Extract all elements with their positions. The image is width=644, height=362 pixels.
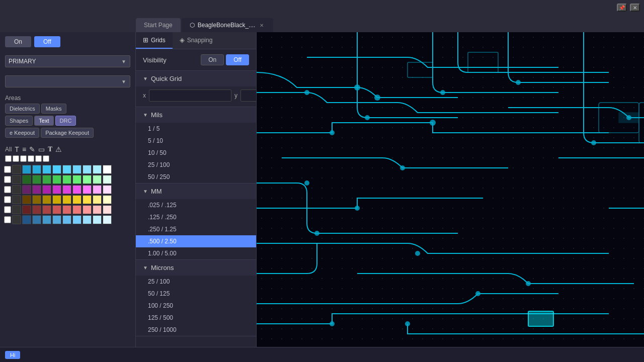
swatch-3-1[interactable] — [22, 195, 31, 204]
swatch-4-4[interactable] — [52, 205, 61, 214]
y-input[interactable] — [240, 89, 257, 102]
swatch-5-3[interactable] — [42, 215, 51, 224]
mm-item[interactable]: .125 / .250 — [136, 211, 256, 223]
swatch-4-8[interactable] — [93, 205, 102, 214]
swatch-2-7[interactable] — [83, 185, 92, 194]
swatch-1-5[interactable] — [62, 175, 71, 184]
swatch-4-6[interactable] — [72, 205, 82, 214]
swatch-5-4[interactable] — [52, 215, 61, 224]
swatch-1-1[interactable] — [22, 175, 31, 184]
x-input[interactable] — [149, 89, 231, 102]
hi-button[interactable]: Hi — [5, 351, 20, 359]
swatch-0-6[interactable] — [72, 165, 82, 174]
swatch-0-7[interactable] — [83, 165, 92, 174]
tab-start-page[interactable]: Start Page — [136, 18, 181, 32]
swatch-5-9[interactable] — [103, 215, 112, 224]
swatch-1-3[interactable] — [42, 175, 51, 184]
swatch-0-5[interactable] — [62, 165, 71, 174]
swatch-3-5[interactable] — [62, 195, 71, 204]
swatch-0-9[interactable] — [103, 165, 112, 174]
swatch-row-cb-1[interactable] — [4, 176, 11, 183]
swatch-3-8[interactable] — [93, 195, 102, 204]
swatch-3-4[interactable] — [52, 195, 61, 204]
swatch-4-0[interactable] — [12, 205, 21, 214]
secondary-select[interactable] — [5, 75, 130, 87]
microns-item[interactable]: 100 / 250 — [136, 300, 256, 312]
swatch-2-4[interactable] — [52, 185, 61, 194]
mils-header[interactable]: ▼ Mils — [136, 107, 256, 123]
text-button[interactable]: Text — [34, 116, 53, 126]
pcb-canvas[interactable] — [257, 32, 644, 347]
swatch-4-9[interactable] — [103, 205, 112, 214]
sidebar-off-button[interactable]: Off — [34, 36, 60, 47]
mils-item[interactable]: 25 / 100 — [136, 159, 256, 171]
swatch-row-cb-0[interactable] — [4, 166, 11, 173]
swatch-0-0[interactable] — [12, 165, 21, 174]
pin-button[interactable]: 📌 — [617, 4, 627, 12]
mils-item[interactable]: 1 / 5 — [136, 123, 256, 135]
swatch-4-5[interactable] — [62, 205, 71, 214]
swatch-2-3[interactable] — [42, 185, 51, 194]
swatch-5-2[interactable] — [32, 215, 41, 224]
swatch-3-6[interactable] — [72, 195, 82, 204]
mils-item[interactable]: 50 / 250 — [136, 171, 256, 183]
cb6[interactable] — [43, 155, 49, 162]
e-keepout-button[interactable]: e Keepout — [5, 128, 39, 138]
tab-snapping[interactable]: ◈ Snapping — [173, 32, 220, 49]
microns-item[interactable]: 125 / 500 — [136, 312, 256, 324]
mm-item[interactable]: .250 / 1.25 — [136, 223, 256, 235]
sidebar-on-button[interactable]: On — [5, 36, 31, 47]
swatch-0-3[interactable] — [42, 165, 51, 174]
primary-select[interactable]: PRIMARY SECONDARY — [5, 55, 130, 67]
mils-item[interactable]: 10 / 50 — [136, 147, 256, 159]
dielectrics-button[interactable]: Dielectrics — [5, 104, 40, 114]
swatch-row-cb-5[interactable] — [4, 216, 11, 223]
swatch-1-6[interactable] — [72, 175, 82, 184]
masks-button[interactable]: Masks — [41, 104, 66, 114]
swatch-2-6[interactable] — [72, 185, 82, 194]
swatch-4-7[interactable] — [83, 205, 92, 214]
microns-item[interactable]: 250 / 1000 — [136, 324, 256, 336]
tab-beaglebone[interactable]: ⬡ BeagleBoneBlack_.... ✕ — [182, 18, 274, 32]
swatch-0-8[interactable] — [93, 165, 102, 174]
mm-item[interactable]: .025 / .125 — [136, 199, 256, 211]
swatch-2-5[interactable] — [62, 185, 71, 194]
tab-beaglebone-close[interactable]: ✕ — [258, 22, 265, 29]
swatch-5-6[interactable] — [72, 215, 82, 224]
swatch-2-9[interactable] — [103, 185, 112, 194]
microns-item[interactable]: 50 / 125 — [136, 288, 256, 300]
cb3[interactable] — [20, 155, 27, 162]
swatch-3-2[interactable] — [32, 195, 41, 204]
swatch-2-1[interactable] — [22, 185, 31, 194]
swatch-1-4[interactable] — [52, 175, 61, 184]
swatch-0-1[interactable] — [22, 165, 31, 174]
swatch-5-0[interactable] — [12, 215, 21, 224]
cb4[interactable] — [28, 155, 34, 162]
swatch-0-4[interactable] — [52, 165, 61, 174]
cb2[interactable] — [13, 155, 19, 162]
swatch-2-8[interactable] — [93, 185, 102, 194]
shapes-button[interactable]: Shapes — [5, 116, 33, 126]
cb1[interactable] — [5, 155, 12, 162]
swatch-4-2[interactable] — [32, 205, 41, 214]
mm-item[interactable]: 1.00 / 5.00 — [136, 247, 256, 259]
swatch-1-0[interactable] — [12, 175, 21, 184]
close-button[interactable]: ✕ — [630, 4, 640, 12]
vis-on-button[interactable]: On — [201, 54, 224, 65]
cb5[interactable] — [35, 155, 42, 162]
swatch-2-2[interactable] — [32, 185, 41, 194]
swatch-5-7[interactable] — [83, 215, 92, 224]
swatch-5-1[interactable] — [22, 215, 31, 224]
tab-grids[interactable]: ⊞ Grids — [136, 32, 173, 49]
swatch-row-cb-2[interactable] — [4, 186, 11, 193]
swatch-3-3[interactable] — [42, 195, 51, 204]
swatch-row-cb-4[interactable] — [4, 206, 11, 213]
drc-button[interactable]: DRC — [55, 116, 76, 126]
swatch-3-7[interactable] — [83, 195, 92, 204]
vis-off-button[interactable]: Off — [226, 54, 249, 65]
swatch-1-7[interactable] — [83, 175, 92, 184]
quick-grid-header[interactable]: ▼ Quick Grid — [136, 71, 256, 86]
swatch-0-2[interactable] — [32, 165, 41, 174]
swatch-5-5[interactable] — [62, 215, 71, 224]
swatch-1-2[interactable] — [32, 175, 41, 184]
